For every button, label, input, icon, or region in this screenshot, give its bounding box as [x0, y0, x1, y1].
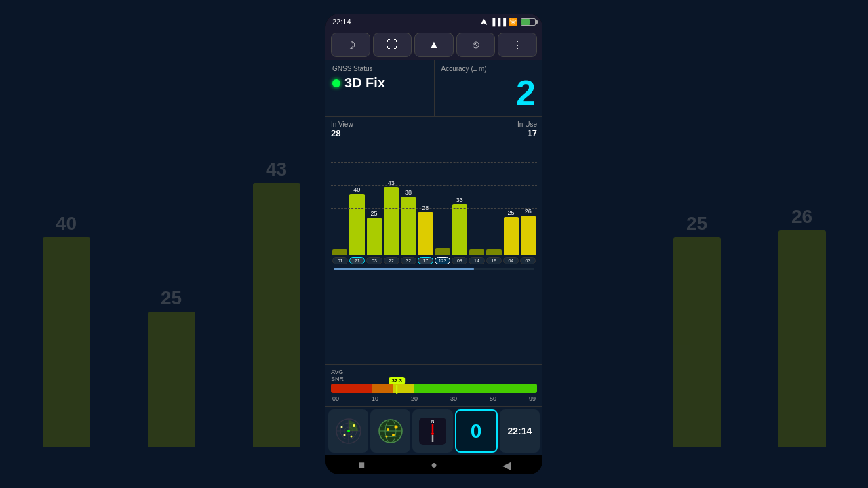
sat-header: In View 28 In Use 17 — [331, 121, 537, 138]
snr-seg-red — [331, 384, 372, 393]
bg-bar-label-7: 25 — [686, 213, 707, 235]
bar-14 — [469, 249, 484, 255]
snr-scale-99: 99 — [529, 395, 536, 402]
in-use-label: In Use — [517, 121, 537, 128]
bg-bar-rect-3 — [253, 183, 300, 447]
navigate-icon: ▲ — [429, 39, 439, 51]
system-nav: ■ ● ◀ — [326, 455, 542, 474]
bar-04: 25 — [504, 209, 519, 255]
bg-bar-label-1: 40 — [56, 213, 77, 235]
toolbar-navigate-button[interactable]: ▲ — [414, 33, 454, 57]
svg-point-9 — [347, 430, 350, 432]
bar-14-rect — [469, 249, 484, 255]
bar-22: 43 — [384, 180, 399, 255]
sat-id-22[interactable]: 22 — [384, 257, 399, 264]
bar-21: 40 — [349, 186, 364, 255]
snr-scale-10: 10 — [372, 395, 378, 402]
sat-id-03c[interactable]: 03 — [520, 257, 536, 264]
dotted-line-mid — [331, 185, 537, 186]
nav-radar-button[interactable] — [328, 409, 368, 453]
status-time: 22:14 — [332, 18, 351, 26]
bar-04-rect — [504, 217, 519, 255]
svg-point-7 — [350, 436, 352, 438]
moon-icon: ☽ — [346, 39, 355, 52]
bg-bar-rect-7 — [673, 237, 721, 447]
bg-bar-3: 43 — [253, 159, 300, 447]
snr-seg-green — [414, 384, 537, 393]
nav-compass-button[interactable]: N — [412, 409, 452, 453]
bar-03b-rect — [521, 216, 536, 255]
gnss-dot — [332, 79, 340, 87]
bar-03b: 26 — [521, 208, 536, 255]
bar-22-rect — [384, 187, 399, 255]
snr-bar-wrapper: 32.3 — [331, 384, 537, 393]
bg-bar-label-8: 26 — [791, 206, 812, 228]
nav-time-value: 22:14 — [508, 426, 532, 436]
sat-id-04[interactable]: 04 — [503, 257, 519, 264]
accuracy-value: 2 — [441, 75, 536, 110]
toolbar-more-button[interactable]: ⋮ — [498, 33, 537, 57]
in-view-section: In View 28 — [331, 121, 353, 138]
snr-label: SNR — [331, 375, 344, 382]
accuracy-label: Accuracy (± m) — [441, 65, 536, 73]
in-view-count: 28 — [331, 128, 353, 138]
nav-zero-value: 0 — [471, 420, 482, 443]
scroll-bar[interactable] — [334, 268, 534, 270]
toolbar-share-button[interactable]: ⎋ — [456, 33, 496, 57]
sys-square-button[interactable]: ■ — [355, 458, 368, 472]
snr-scale-20: 20 — [411, 395, 418, 402]
bg-bar-rect-2 — [148, 312, 195, 447]
bg-bar-8: 26 — [778, 206, 826, 447]
sat-id-17[interactable]: 17 — [418, 257, 433, 264]
bar-32-rect — [401, 197, 416, 255]
sys-home-button[interactable]: ● — [427, 458, 441, 472]
bg-bar-6 — [568, 445, 616, 447]
app-content: GNSS Status 3D Fix Accuracy (± m) 2 In V… — [326, 60, 542, 455]
sat-id-21[interactable]: 21 — [349, 257, 365, 264]
sat-id-123[interactable]: 123 — [435, 257, 450, 264]
bar-08-rect — [452, 204, 467, 255]
snr-bar-background — [331, 384, 537, 393]
home-icon: ● — [431, 459, 437, 471]
svg-point-13 — [394, 426, 397, 429]
toolbar-person-button[interactable]: ⛶ — [373, 33, 412, 57]
snr-header: AVG SNR — [331, 369, 537, 382]
sat-id-03[interactable]: 03 — [366, 257, 382, 264]
battery-fill — [521, 19, 530, 25]
nav-globe-button[interactable] — [370, 409, 410, 453]
gnss-panel: GNSS Status 3D Fix — [326, 60, 435, 116]
sat-id-32[interactable]: 32 — [401, 257, 416, 264]
globe-icon — [377, 418, 404, 445]
bg-bar-rect-1 — [43, 237, 90, 447]
sat-id-01[interactable]: 01 — [332, 257, 348, 264]
share-icon: ⎋ — [473, 39, 479, 51]
snr-scale-30: 30 — [450, 395, 457, 402]
bar-08: 33 — [452, 197, 467, 255]
bg-bar-label-3: 43 — [266, 159, 287, 180]
avg-label: AVG — [331, 369, 343, 375]
bg-bar-1: 40 — [43, 213, 90, 447]
nav-time-button[interactable]: 22:14 — [500, 409, 540, 453]
snr-marker-line — [396, 385, 397, 394]
toolbar-moon-button[interactable]: ☽ — [331, 33, 370, 57]
sys-back-button[interactable]: ◀ — [500, 458, 513, 472]
bar-03: 25 — [367, 210, 382, 255]
scroll-indicator — [334, 268, 474, 270]
svg-point-19 — [431, 432, 434, 435]
bar-32: 38 — [401, 189, 416, 255]
nav-zero-button[interactable]: 0 — [455, 409, 498, 453]
bar-08-label: 33 — [456, 197, 463, 203]
sat-id-19[interactable]: 19 — [486, 257, 502, 264]
sat-id-08[interactable]: 08 — [452, 257, 467, 264]
bar-01 — [332, 249, 347, 255]
person-icon: ⛶ — [387, 39, 397, 51]
status-bar: 22:14 ⮝ ▐▐▐ 🛜 — [326, 14, 542, 30]
accuracy-panel: Accuracy (± m) 2 — [435, 60, 543, 116]
dotted-line-low — [331, 208, 537, 209]
square-icon: ■ — [358, 459, 365, 471]
bg-bar-rect-8 — [778, 230, 826, 447]
sat-id-14[interactable]: 14 — [469, 257, 484, 264]
bottom-nav: N 0 22:14 — [326, 407, 542, 455]
bg-bar-label-2: 25 — [161, 287, 182, 309]
bar-123-rect — [435, 248, 450, 255]
